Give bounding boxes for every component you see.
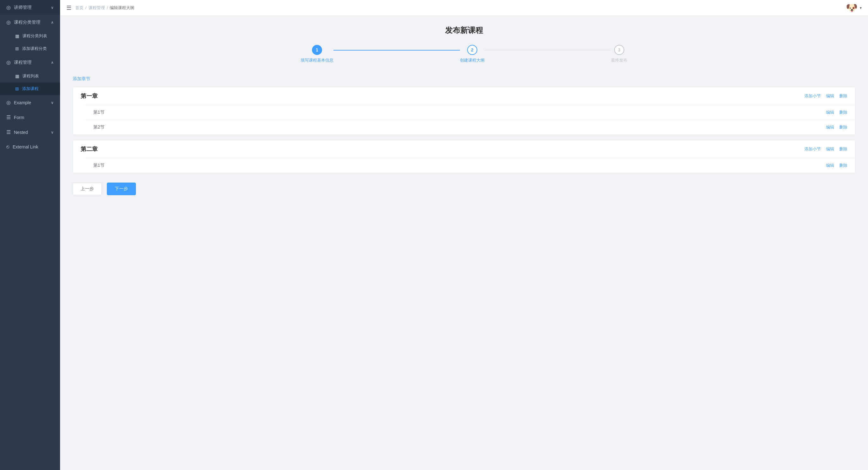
sidebar-item-add-course-category[interactable]: ⊞ 添加课程分类 bbox=[0, 42, 60, 55]
external-link-icon: ⎋ bbox=[6, 144, 9, 150]
ch2-section-1-delete[interactable]: 删除 bbox=[839, 163, 847, 168]
course-category-icon: ◎ bbox=[6, 19, 11, 25]
ch2-section-1-edit[interactable]: 编辑 bbox=[826, 163, 834, 168]
sidebar-item-course-list[interactable]: ▦ 课程列表 bbox=[0, 70, 60, 82]
header-right: 🐶 ▾ bbox=[846, 2, 862, 13]
sidebar-item-label: 课程列表 bbox=[23, 73, 39, 79]
example-icon: ◎ bbox=[6, 100, 11, 105]
chapter-1-section-1: 第1节 编辑 删除 bbox=[86, 105, 855, 120]
add-grid-icon: ⊞ bbox=[15, 46, 19, 51]
step-2: 2 创建课程大纲 bbox=[460, 45, 485, 63]
section-2-edit[interactable]: 编辑 bbox=[826, 125, 834, 130]
sidebar-item-label: Example bbox=[14, 100, 31, 105]
add-course-icon: ⊞ bbox=[15, 86, 19, 91]
step-line-1 bbox=[334, 50, 460, 51]
main-content: ☰ 首页 / 课程管理 / 编辑课程大纲 🐶 ▾ 发布新课程 1 bbox=[60, 0, 868, 470]
chapter-1-card: 第一章 添加小节 编辑 删除 第1节 编辑 删除 第2节 编辑 删除 bbox=[73, 87, 855, 135]
step-1-circle: 1 bbox=[312, 45, 322, 55]
sidebar-item-label: 课程管理 bbox=[14, 60, 32, 65]
sidebar-item-label: 课程分类列表 bbox=[23, 33, 47, 39]
section-2-actions: 编辑 删除 bbox=[826, 125, 847, 130]
step-line-2 bbox=[485, 50, 611, 51]
steps-container: 1 填写课程基本信息 2 创建课程大纲 3 最终发布 bbox=[73, 45, 855, 63]
sidebar-item-external-link[interactable]: ⎋ External Link bbox=[0, 140, 60, 154]
sidebar-item-instructor[interactable]: ◎ 讲师管理 ∨ bbox=[0, 0, 60, 15]
step-1: 1 填写课程基本信息 bbox=[301, 45, 334, 63]
list-icon: ▦ bbox=[15, 74, 19, 79]
avatar-dropdown-arrow[interactable]: ▾ bbox=[860, 6, 862, 10]
step-3: 3 最终发布 bbox=[611, 45, 627, 63]
chapter-2-add-section[interactable]: 添加小节 bbox=[804, 146, 821, 152]
sidebar-item-label: 添加课程分类 bbox=[22, 46, 47, 52]
chapter-1-add-section[interactable]: 添加小节 bbox=[804, 93, 821, 99]
chevron-up-icon-2: ∧ bbox=[51, 60, 54, 65]
chapter-1-header: 第一章 添加小节 编辑 删除 bbox=[73, 87, 855, 105]
step-1-label: 填写课程基本信息 bbox=[301, 58, 334, 63]
sidebar-item-label: External Link bbox=[13, 144, 38, 149]
chapter-2-actions: 添加小节 编辑 删除 bbox=[804, 146, 847, 152]
sidebar-item-form[interactable]: ☰ Form bbox=[0, 110, 60, 125]
chapter-2-delete[interactable]: 删除 bbox=[839, 146, 847, 152]
chapter-2-section-1: 第1节 编辑 删除 bbox=[86, 158, 855, 173]
nested-icon: ☰ bbox=[6, 129, 11, 135]
chapter-1-edit[interactable]: 编辑 bbox=[826, 93, 834, 99]
add-chapter-button[interactable]: 添加章节 bbox=[73, 76, 90, 82]
chevron-up-icon: ∧ bbox=[51, 20, 54, 25]
sidebar-item-course-management[interactable]: ◎ 课程管理 ∧ bbox=[0, 55, 60, 70]
course-management-icon: ◎ bbox=[6, 59, 11, 65]
prev-button[interactable]: 上一步 bbox=[73, 182, 102, 195]
sidebar-item-label: Form bbox=[14, 115, 24, 120]
chapter-2-header: 第二章 添加小节 编辑 删除 bbox=[73, 140, 855, 158]
avatar[interactable]: 🐶 bbox=[846, 2, 857, 13]
sidebar-item-label: 讲师管理 bbox=[14, 5, 32, 10]
sidebar: ◎ 讲师管理 ∨ ◎ 课程分类管理 ∧ ▦ 课程分类列表 ⊞ 添加课程分类 ◎ … bbox=[0, 0, 60, 470]
step-2-label: 创建课程大纲 bbox=[460, 58, 485, 63]
breadcrumb: 首页 / 课程管理 / 编辑课程大纲 bbox=[75, 5, 134, 11]
sidebar-item-course-category-list[interactable]: ▦ 课程分类列表 bbox=[0, 30, 60, 42]
chapter-1-delete[interactable]: 删除 bbox=[839, 93, 847, 99]
sidebar-item-course-category[interactable]: ◎ 课程分类管理 ∧ bbox=[0, 15, 60, 30]
breadcrumb-sep1: / bbox=[85, 5, 87, 10]
header: ☰ 首页 / 课程管理 / 编辑课程大纲 🐶 ▾ bbox=[60, 0, 868, 16]
chapter-1-title: 第一章 bbox=[81, 92, 98, 100]
chapter-2-card: 第二章 添加小节 编辑 删除 第1节 编辑 删除 bbox=[73, 140, 855, 173]
chapter-2-edit[interactable]: 编辑 bbox=[826, 146, 834, 152]
breadcrumb-current: 编辑课程大纲 bbox=[110, 5, 134, 11]
ch2-section-1-title: 第1节 bbox=[93, 163, 105, 168]
section-1-title: 第1节 bbox=[93, 110, 105, 115]
ch2-section-1-actions: 编辑 删除 bbox=[826, 163, 847, 168]
breadcrumb-sep2: / bbox=[107, 5, 108, 10]
sidebar-item-label: 课程分类管理 bbox=[14, 20, 40, 25]
step-1-number: 1 bbox=[316, 47, 318, 53]
page-title: 发布新课程 bbox=[73, 25, 855, 35]
step-2-number: 2 bbox=[471, 47, 473, 53]
section-1-edit[interactable]: 编辑 bbox=[826, 110, 834, 115]
chapter-1-actions: 添加小节 编辑 删除 bbox=[804, 93, 847, 99]
sidebar-item-label: 添加课程 bbox=[22, 86, 38, 92]
grid-icon: ▦ bbox=[15, 33, 19, 38]
chevron-down-icon-3: ∨ bbox=[51, 130, 54, 135]
sidebar-item-add-course[interactable]: ⊞ 添加课程 bbox=[0, 82, 60, 95]
avatar-image: 🐶 bbox=[846, 3, 857, 13]
chapter-1-section-2: 第2节 编辑 删除 bbox=[86, 120, 855, 135]
chevron-down-icon: ∨ bbox=[51, 5, 54, 10]
footer-buttons: 上一步 下一步 bbox=[73, 182, 855, 202]
breadcrumb-home[interactable]: 首页 bbox=[75, 5, 84, 11]
next-button[interactable]: 下一步 bbox=[107, 182, 136, 195]
instructor-icon: ◎ bbox=[6, 4, 11, 10]
section-1-delete[interactable]: 删除 bbox=[839, 110, 847, 115]
form-icon: ☰ bbox=[6, 114, 11, 120]
page-content: 发布新课程 1 填写课程基本信息 2 创建课程大纲 3 最终发布 bbox=[60, 16, 868, 470]
section-2-title: 第2节 bbox=[93, 125, 105, 130]
hamburger-button[interactable]: ☰ bbox=[66, 4, 71, 11]
section-1-actions: 编辑 删除 bbox=[826, 110, 847, 115]
chevron-down-icon-2: ∨ bbox=[51, 100, 54, 105]
breadcrumb-course-management[interactable]: 课程管理 bbox=[89, 5, 105, 11]
step-2-circle: 2 bbox=[467, 45, 477, 55]
sidebar-item-example[interactable]: ◎ Example ∨ bbox=[0, 95, 60, 110]
step-3-label: 最终发布 bbox=[611, 58, 627, 63]
section-2-delete[interactable]: 删除 bbox=[839, 125, 847, 130]
sidebar-item-label: Nested bbox=[14, 130, 28, 135]
sidebar-item-nested[interactable]: ☰ Nested ∨ bbox=[0, 125, 60, 140]
step-3-circle: 3 bbox=[614, 45, 624, 55]
